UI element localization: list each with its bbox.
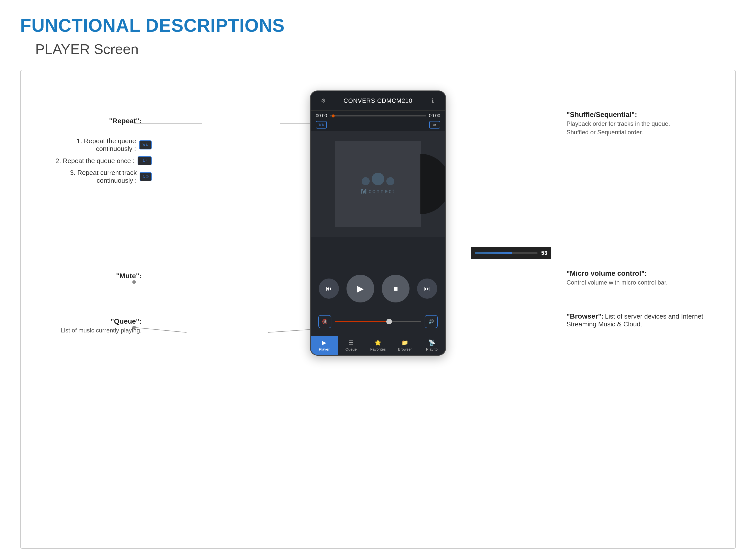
repeat-annotation: "Repeat": <box>109 117 142 125</box>
micro-vol-desc: Control volume with micro control bar. <box>567 279 668 286</box>
tab-browser-label: Browser <box>398 347 412 351</box>
tab-queue-icon: ☰ <box>349 340 354 346</box>
logo-dots <box>362 173 394 185</box>
logo-dot-center <box>372 173 384 185</box>
repeat-item-3-text: 3. Repeat current track continuously : <box>46 169 137 184</box>
tab-player-label: Player <box>319 347 330 351</box>
browser-label: "Browser": <box>567 312 604 320</box>
volume-remaining <box>391 321 421 322</box>
repeat-item-2-row: 2. Repeat the queue once : ↻¹ <box>46 156 152 165</box>
time-right: 00:00 <box>429 113 440 118</box>
section-title: PLAYER Screen <box>35 41 736 57</box>
layout-container: "Repeat": 1. Repeat the queue continuous… <box>46 91 710 356</box>
phone-wrapper: ⚙ CONVERS CDMCM210 ℹ 00:00 00:00 ↻↻ <box>310 91 446 356</box>
repeat-item-3-row: 3. Repeat current track continuously : ↻… <box>46 169 152 184</box>
shuffle-button[interactable]: ⇄ <box>429 121 440 129</box>
shuffle-label: "Shuffle/Sequential": <box>567 111 670 119</box>
svg-line-7 <box>134 327 186 333</box>
mute-button[interactable]: 🔇 <box>318 315 331 328</box>
phone-header: ⚙ CONVERS CDMCM210 ℹ <box>311 91 445 111</box>
tab-player-icon: ▶ <box>322 340 326 346</box>
tab-play-to-label: Play to <box>426 347 438 351</box>
tab-browser[interactable]: 📁 Browser <box>391 336 418 355</box>
gear-icon[interactable]: ⚙ <box>318 96 328 106</box>
volume-thumb[interactable] <box>386 319 392 324</box>
micro-vol-label: "Micro volume control": <box>567 270 668 278</box>
logo-connect: connect <box>369 188 395 195</box>
tab-browser-icon: 📁 <box>401 340 408 346</box>
volume-max-button[interactable]: 🔊 <box>425 315 438 328</box>
repeat-icon-3: ↻① <box>140 172 152 181</box>
svg-point-4 <box>132 280 136 284</box>
tab-play-to-icon: 📡 <box>428 340 435 346</box>
stop-icon: ■ <box>393 284 398 293</box>
play-icon: ▶ <box>357 283 364 294</box>
mute-label: "Mute": <box>116 272 142 280</box>
progress-dot <box>332 114 335 117</box>
browser-annotation: "Browser": List of server devices and In… <box>567 312 710 328</box>
phone-mockup: ⚙ CONVERS CDMCM210 ℹ 00:00 00:00 ↻↻ <box>310 91 446 356</box>
album-art-area: M connect <box>311 131 445 237</box>
tab-play-to[interactable]: 📡 Play to <box>418 336 445 355</box>
transport-buttons: ⏮ ▶ ■ ⏭ <box>318 275 438 303</box>
logo-m: M <box>361 187 367 195</box>
logo-text-row: M connect <box>361 187 395 195</box>
main-content: "Repeat": 1. Repeat the queue continuous… <box>20 70 736 549</box>
time-left: 00:00 <box>316 113 327 118</box>
device-name: CONVERS CDMCM210 <box>344 97 412 104</box>
progress-area: 00:00 00:00 <box>311 111 445 120</box>
micro-vol-fill <box>475 252 512 254</box>
repeat-item-1-row: 1. Repeat the queue continuously : ↻↻ <box>46 137 152 153</box>
bottom-nav: ▶ Player ☰ Queue ⭐ Favorites 📁 Browser <box>311 336 445 355</box>
prev-button[interactable]: ⏮ <box>319 278 339 299</box>
shuffle-desc-2: Shuffled or Sequential order. <box>567 129 670 136</box>
logo-dot-right <box>386 177 394 185</box>
logo-dot-left <box>362 177 370 185</box>
tab-favorites[interactable]: ⭐ Favorites <box>365 336 392 355</box>
queue-label: "Queue": <box>61 317 142 325</box>
mconnect-logo: M connect <box>361 173 395 195</box>
queue-desc: List of music currently playing. <box>61 327 142 334</box>
vinyl-partial <box>420 154 445 214</box>
play-button[interactable]: ▶ <box>347 275 374 303</box>
shuffle-annotation: "Shuffle/Sequential": Playback order for… <box>567 111 670 136</box>
mute-icon: 🔇 <box>322 319 328 324</box>
page-title: FUNCTIONAL DESCRIPTIONS <box>20 15 736 36</box>
repeat-items: 1. Repeat the queue continuously : ↻↻ 2.… <box>46 135 152 187</box>
info-icon[interactable]: ℹ <box>428 96 438 106</box>
volume-max-icon: 🔊 <box>428 319 434 324</box>
tab-favorites-label: Favorites <box>370 347 386 351</box>
repeat-item-1-text: 1. Repeat the queue continuously : <box>46 137 136 153</box>
queue-annotation: "Queue": List of music currently playing… <box>61 317 142 334</box>
next-button[interactable]: ⏭ <box>417 278 437 299</box>
mute-annotation: "Mute": <box>116 272 142 280</box>
repeat-label: "Repeat": <box>109 117 142 125</box>
repeat-icon-1: ↻↻ <box>139 140 152 149</box>
tab-queue[interactable]: ☰ Queue <box>338 336 365 355</box>
repeat-button[interactable]: ↻↻ <box>316 121 327 129</box>
tab-player[interactable]: ▶ Player <box>311 336 338 355</box>
micro-vol-annotation: "Micro volume control": Control volume w… <box>567 270 668 286</box>
spacer <box>311 237 445 262</box>
prev-icon: ⏮ <box>326 285 332 292</box>
album-art: M connect <box>335 141 421 227</box>
stop-button[interactable]: ■ <box>382 275 409 303</box>
tab-queue-label: Queue <box>346 347 357 351</box>
tab-favorites-icon: ⭐ <box>374 340 381 346</box>
volume-area: 🔇 🔊 <box>311 310 445 336</box>
progress-bar[interactable] <box>330 115 426 116</box>
volume-slider[interactable] <box>335 321 421 322</box>
transport-area: ⏮ ▶ ■ ⏭ <box>311 262 445 310</box>
micro-vol-widget: 53 <box>471 247 551 259</box>
repeat-icon-2: ↻¹ <box>138 156 152 165</box>
shuffle-desc-1: Playback order for tracks in the queue. <box>567 120 670 127</box>
micro-vol-bar <box>475 252 538 254</box>
micro-vol-number: 53 <box>541 250 547 256</box>
repeat-shuffle-row: ↻↻ ⇄ <box>311 120 445 131</box>
next-icon: ⏭ <box>424 285 430 292</box>
repeat-item-2-text: 2. Repeat the queue once : <box>56 157 135 165</box>
